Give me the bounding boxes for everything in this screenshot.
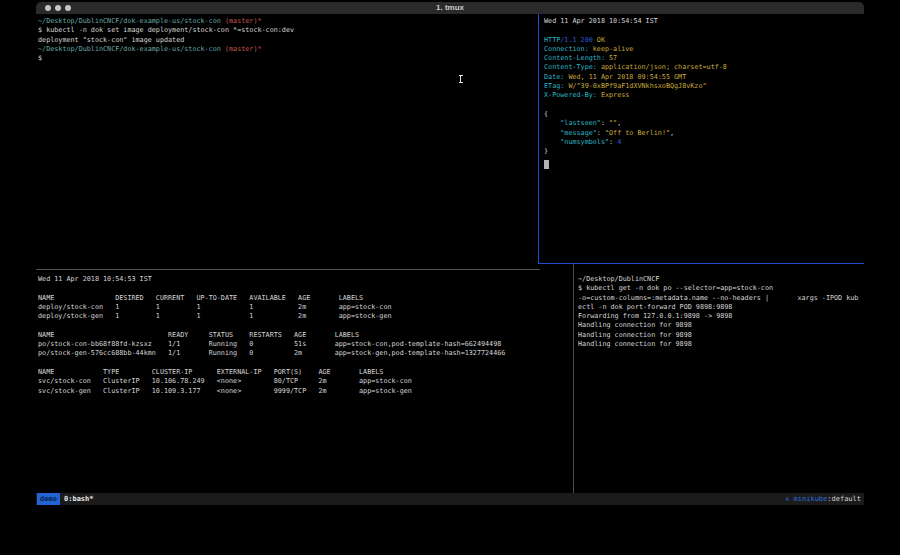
pane-top-right-http-response[interactable]: Wed 11 Apr 2018 10:54:54 IST HTTP/1.1 20…: [544, 17, 727, 156]
terminal-line: "message": "Off to Berlin!",: [544, 129, 727, 138]
terminal-line: Forwarding from 127.0.0.1:9898 -> 9898: [578, 312, 858, 321]
pane-bottom-left-kubectl-get[interactable]: Wed 11 Apr 2018 10:54:53 IST NAME DESIRE…: [38, 275, 505, 396]
terminal-line: Wed 11 Apr 2018 10:54:54 IST: [544, 17, 727, 26]
terminal-content: ~/Desktop/DublinCNCF/dok-example-us/stoc…: [36, 14, 864, 493]
window-title: 1. tmux: [36, 3, 864, 12]
terminal-line: "lastseen": "",: [544, 119, 727, 128]
terminal-line: NAME TYPE CLUSTER-IP EXTERNAL-IP PORT(S)…: [38, 368, 505, 377]
terminal-line: deploy/stock-gen 1 1 1 1 2m app=stock-ge…: [38, 312, 505, 321]
terminal-line: $: [38, 54, 294, 63]
terminal-line: Date: Wed, 11 Apr 2018 09:54:55 GMT: [544, 73, 727, 82]
terminal-line: svc/stock-con ClusterIP 10.106.78.249 <n…: [38, 377, 505, 386]
terminal-line: Wed 11 Apr 2018 10:54:53 IST: [38, 275, 505, 284]
pane-divider-horizontal[interactable]: [36, 269, 540, 270]
window-titlebar[interactable]: 1. tmux: [36, 2, 864, 14]
pane-top-left-shell[interactable]: ~/Desktop/DublinCNCF/dok-example-us/stoc…: [38, 17, 294, 63]
terminal-line: Content-Length: 57: [544, 54, 727, 63]
terminal-line: -o=custom-columns=:metadata.name --no-he…: [578, 294, 858, 303]
active-pane-border-vertical[interactable]: [538, 14, 539, 264]
terminal-window: 1. tmux ~/Desktop/DublinCNCF/dok-example…: [36, 2, 864, 505]
terminal-line: ETag: W/"39-0xBPf9aF1dXVNkhsxoBQgJ8vKzo": [544, 82, 727, 91]
kubernetes-wheel-icon: ✳: [785, 495, 789, 503]
terminal-line: [544, 101, 727, 110]
terminal-line: $ kubectl -n dok set image deployment/st…: [38, 26, 294, 35]
terminal-line: Connection: keep-alive: [544, 45, 727, 54]
terminal-line: [38, 284, 505, 293]
mouse-ibeam-cursor: [460, 75, 461, 83]
terminal-line: Content-Type: application/json; charset=…: [544, 63, 727, 72]
terminal-line: {: [544, 110, 727, 119]
terminal-line: po/stock-con-bb68f88fd-kzsxz 1/1 Running…: [38, 340, 505, 349]
terminal-line: Handling connection for 9898: [578, 340, 858, 349]
terminal-line: Handling connection for 9898: [578, 331, 858, 340]
pane-divider-vertical[interactable]: [573, 264, 574, 493]
terminal-line: deployment "stock-con" image updated: [38, 36, 294, 45]
terminal-line: deploy/stock-con 1 1 1 1 2m app=stock-co…: [38, 303, 505, 312]
terminal-line: }: [544, 147, 727, 156]
kube-context-label: minikube: [794, 495, 828, 503]
terminal-line: HTTP/1.1 200 OK: [544, 36, 727, 45]
terminal-line: po/stock-gen-576cc688bb-44kmn 1/1 Runnin…: [38, 349, 505, 358]
terminal-line: Handling connection for 9898: [578, 321, 858, 330]
terminal-line: ~/Desktop/DublinCNCF/dok-example-us/stoc…: [38, 45, 294, 54]
tmux-status-bar: demo 0:bash* ✳ minikube:default: [36, 493, 864, 505]
terminal-line: NAME READY STATUS RESTARTS AGE LABELS: [38, 331, 505, 340]
screen-background: 1. tmux ~/Desktop/DublinCNCF/dok-example…: [0, 0, 900, 555]
pane-bottom-right-port-forward[interactable]: ~/Desktop/DublinCNCF$ kubectl get -n dok…: [578, 275, 858, 349]
terminal-line: NAME DESIRED CURRENT UP-TO-DATE AVAILABL…: [38, 294, 505, 303]
terminal-line: ~/Desktop/DublinCNCF/dok-example-us/stoc…: [38, 17, 294, 26]
terminal-line: X-Powered-By: Express: [544, 91, 727, 100]
terminal-line: [544, 26, 727, 35]
session-name-badge: demo: [37, 493, 60, 505]
terminal-line: [38, 321, 505, 330]
terminal-line: svc/stock-gen ClusterIP 10.109.3.177 <no…: [38, 387, 505, 396]
terminal-line: [38, 359, 505, 368]
terminal-cursor: [544, 160, 549, 169]
terminal-line: "numsymbols": 4: [544, 138, 727, 147]
terminal-line: $ kubectl get -n dok po --selector=app=s…: [578, 284, 858, 293]
status-right: ✳ minikube:default: [785, 493, 861, 505]
window-tab-bash[interactable]: 0:bash*: [64, 493, 94, 505]
terminal-line: ectl -n dok port-forward POD 9898:9898: [578, 303, 858, 312]
active-pane-border-horizontal[interactable]: [538, 263, 864, 264]
terminal-line: ~/Desktop/DublinCNCF: [578, 275, 858, 284]
kube-namespace-label: :default: [827, 495, 861, 503]
